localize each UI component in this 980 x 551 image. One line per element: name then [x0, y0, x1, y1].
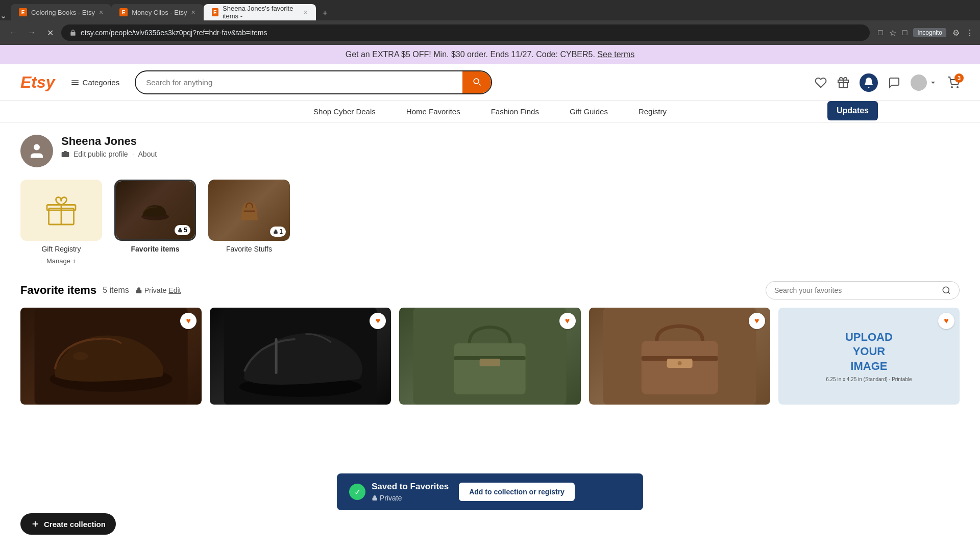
nav-registry[interactable]: Registry — [639, 107, 667, 116]
heart-button-1[interactable]: ♥ — [180, 313, 197, 329]
user-profile: Sheena Jones Edit public profile · About — [20, 135, 960, 167]
new-tab-button[interactable]: + — [318, 6, 332, 20]
reload-button[interactable]: ✕ — [43, 26, 57, 40]
address-text[interactable]: etsy.com/people/wlv6356es3kz0pqj?ref=hdr… — [81, 29, 267, 37]
manage-link[interactable]: Manage + — [46, 257, 76, 265]
extensions-icon[interactable]: ⚙ — [952, 28, 960, 38]
tab-close-2[interactable]: × — [191, 8, 195, 16]
heart-filled-1: ♥ — [186, 316, 191, 325]
categories-button[interactable]: Categories — [65, 75, 125, 90]
notifications-button[interactable] — [860, 73, 878, 92]
gift-registry-thumb — [20, 180, 102, 241]
lock-badge-icon-2 — [273, 229, 278, 234]
back-button[interactable]: ← — [6, 26, 20, 40]
browser-chrome: ⌄ E Coloring Books - Etsy × E Money Clip… — [0, 0, 980, 45]
user-avatar — [20, 135, 53, 167]
add-to-collection-button[interactable]: Add to collection or registry — [459, 483, 575, 501]
heart-filled-3: ♥ — [565, 316, 570, 325]
lock-icon — [69, 29, 77, 36]
tab-money-clips[interactable]: E Money Clips - Etsy × — [111, 4, 204, 20]
user-name[interactable]: Sheena Jones — [61, 135, 157, 148]
profile-button[interactable] — [911, 74, 937, 91]
address-bar-row: ← → ✕ etsy.com/people/wlv6356es3kz0pqj?r… — [0, 20, 980, 45]
heart-button-5[interactable]: ♥ — [938, 313, 954, 329]
collection-gift-registry[interactable]: Gift Registry Manage + — [20, 180, 102, 265]
search-icon — [472, 77, 482, 87]
tab-icon-2: E — [119, 8, 128, 16]
favorite-stuffs-name: Favorite Stuffs — [226, 245, 272, 253]
gift-box-icon — [43, 192, 79, 228]
menu-icon[interactable]: ⋮ — [966, 28, 974, 38]
edit-link[interactable]: Edit — [168, 286, 181, 294]
message-icon — [888, 77, 900, 89]
item-card-1[interactable]: ♥ — [20, 308, 202, 405]
favorite-stuffs-count: 1 — [279, 228, 283, 235]
nav-home-favorites[interactable]: Home Favorites — [406, 107, 460, 116]
browser-icons: □ ☆ □ Incognito ⚙ ⋮ — [878, 28, 974, 38]
toast-text: Saved to Favorites Private — [372, 482, 449, 502]
heart-button-4[interactable]: ♥ — [749, 313, 765, 329]
svg-point-8 — [943, 287, 949, 293]
shoes-img-2 — [210, 308, 391, 405]
page-content: Sheena Jones Edit public profile · About — [0, 122, 980, 417]
tab-label-3: Sheena Jones's favorite items - — [223, 5, 300, 20]
svg-point-1 — [957, 87, 958, 88]
about-link[interactable]: About — [138, 150, 157, 158]
tab-label-2: Money Clips - Etsy — [132, 9, 187, 16]
create-collection-button[interactable]: Create collection — [20, 513, 116, 535]
cart-button[interactable]: 3 — [947, 77, 960, 89]
items-grid: ♥ ♥ — [20, 308, 960, 405]
favorite-items-thumb: 5 — [114, 180, 196, 241]
favorite-stuffs-lock-badge: 1 — [270, 227, 286, 237]
collection-favorite-items[interactable]: 5 Favorite items — [114, 180, 196, 265]
messages-button[interactable] — [888, 77, 900, 89]
svg-point-0 — [951, 87, 952, 88]
promo-link[interactable]: See terms — [597, 50, 634, 59]
collection-favorite-stuffs[interactable]: 1 Favorite Stuffs — [208, 180, 290, 265]
heart-filled-4: ♥ — [754, 316, 760, 325]
search-button[interactable] — [462, 71, 491, 93]
favorites-header: Favorite items 5 items Private Edit — [20, 281, 960, 299]
forward-button[interactable]: → — [24, 26, 39, 40]
edit-profile-link[interactable]: Edit public profile — [74, 150, 128, 158]
address-bar[interactable]: etsy.com/people/wlv6356es3kz0pqj?ref=hdr… — [61, 24, 870, 41]
gift-icon-button[interactable] — [837, 77, 849, 89]
search-favorites-input[interactable] — [774, 286, 938, 294]
svg-rect-14 — [275, 338, 278, 374]
favorites-title: Favorite items 5 items Private Edit — [20, 284, 181, 297]
nav-gift-guides[interactable]: Gift Guides — [570, 107, 608, 116]
tab-coloring-books[interactable]: E Coloring Books - Etsy × — [11, 4, 111, 20]
gift-icon — [837, 77, 849, 89]
heart-button-3[interactable]: ♥ — [559, 313, 576, 329]
gift-registry-name: Gift Registry — [41, 245, 81, 253]
search-input[interactable] — [136, 73, 462, 92]
tab-overflow-icon[interactable]: ⌄ — [0, 11, 7, 20]
item-card-4[interactable]: ♥ — [589, 308, 770, 405]
tab-close-1[interactable]: × — [99, 8, 103, 16]
bookmark-icon[interactable]: ☆ — [889, 28, 896, 38]
nav-fashion-finds[interactable]: Fashion Finds — [491, 107, 539, 116]
incognito-badge: Incognito — [913, 28, 946, 37]
svg-rect-18 — [480, 359, 500, 366]
favorites-icon-button[interactable] — [815, 77, 827, 89]
profile-avatar-small — [911, 74, 927, 91]
upload-text: UPLOADYOURIMAGE — [826, 330, 912, 374]
tab-close-3[interactable]: × — [304, 8, 308, 16]
item-card-2[interactable]: ♥ — [210, 308, 391, 405]
nav-shop-cyber-deals[interactable]: Shop Cyber Deals — [313, 107, 376, 116]
profile-switcher-icon[interactable]: □ — [902, 28, 908, 37]
tab-sheena-favorites[interactable]: E Sheena Jones's favorite items - × — [204, 4, 316, 20]
search-favorites — [766, 281, 960, 299]
item-card-3[interactable]: ♥ — [399, 308, 580, 405]
item-card-5[interactable]: UPLOADYOURIMAGE 6.25 in x 4.25 in (Stand… — [778, 308, 960, 405]
cast-icon[interactable]: □ — [878, 28, 883, 37]
avatar-placeholder-icon — [28, 142, 46, 160]
svg-rect-7 — [243, 210, 255, 212]
search-bar — [135, 70, 492, 94]
cart-badge: 3 — [954, 73, 964, 83]
svg-point-23 — [677, 361, 681, 365]
categories-label: Categories — [83, 78, 120, 87]
etsy-logo[interactable]: Etsy — [20, 73, 55, 92]
toast-notification: ✓ Saved to Favorites Private Add to coll… — [337, 473, 643, 510]
header-icons: Updates 3 — [815, 73, 960, 92]
